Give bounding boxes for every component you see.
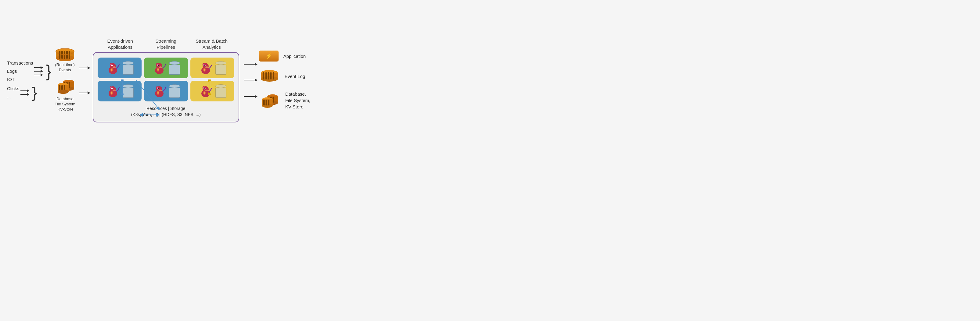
db-cell-r2c2: [169, 84, 180, 98]
svg-rect-92: [268, 72, 269, 79]
svg-point-57: [111, 92, 112, 94]
squirrel-r1c1: [105, 61, 120, 75]
architecture-diagram: Transactions Logs IOT } Clicks ... }: [7, 38, 483, 123]
svg-point-39: [158, 69, 159, 71]
output-arrow-1: [244, 64, 257, 65]
top-source-group: Transactions Logs IOT }: [7, 60, 53, 82]
svg-point-46: [205, 66, 208, 68]
bottom-source-group: Clicks ... }: [7, 85, 53, 100]
squirrel-r2c1: [105, 84, 120, 98]
arrow-clicks: [21, 90, 29, 91]
source-clicks: Clicks: [7, 86, 19, 91]
arrow-iot: [34, 74, 43, 75]
svg-rect-91: [266, 72, 267, 79]
svg-point-64: [159, 90, 162, 92]
svg-rect-106: [268, 100, 269, 105]
cell-r2c1: [98, 81, 142, 101]
squirrel-r2c3: [198, 84, 213, 98]
squirrel-r1c3: [198, 61, 213, 75]
flink-grid: [98, 58, 234, 101]
cell-r2c2: [144, 81, 188, 101]
svg-point-36: [158, 65, 158, 66]
svg-point-30: [111, 69, 112, 71]
output-database: Database, File System, KV-Store: [259, 91, 310, 110]
svg-point-27: [111, 65, 112, 66]
db-cell-r1c2: [169, 61, 180, 74]
output-arrow-3: [244, 96, 257, 97]
arrow-logs: [34, 71, 43, 71]
kafka-svg: [55, 48, 75, 61]
svg-point-48: [204, 69, 205, 71]
squirrel-r2c2: [152, 84, 167, 98]
header-streaming: Streaming Pipelines: [143, 38, 189, 51]
brace-bottom: }: [32, 85, 37, 100]
svg-point-55: [113, 90, 116, 92]
squirrel-r1c2: [152, 61, 167, 75]
svg-rect-104: [263, 100, 265, 105]
svg-point-73: [205, 90, 208, 92]
sources-section: Transactions Logs IOT } Clicks ... }: [7, 60, 53, 100]
input-arrows: [79, 68, 90, 93]
svg-point-28: [113, 66, 116, 68]
output-db-icon: [259, 93, 280, 108]
db-icon-group: Database, File System, KV-Store: [55, 78, 76, 112]
svg-rect-14: [68, 82, 70, 88]
column-headers: Event-driven Applications Streaming Pipe…: [91, 38, 241, 51]
resources-label: Resources | Storage (K8s, Yarn, ...) | (…: [98, 106, 234, 117]
flink-main-box: Resources | Storage (K8s, Yarn, ...) | (…: [93, 52, 239, 122]
svg-rect-7: [68, 51, 70, 59]
main-section: Event-driven Applications Streaming Pipe…: [91, 38, 241, 123]
source-transactions: Transactions: [7, 60, 33, 65]
cell-r1c2: [144, 58, 188, 78]
cell-r1c1: [98, 58, 142, 78]
svg-point-66: [158, 92, 159, 94]
app-icon: ⚡: [259, 51, 278, 62]
svg-point-75: [204, 92, 205, 94]
output-section: ⚡ Application Event Log: [259, 51, 310, 110]
db-label: Database, File System, KV-Store: [55, 96, 76, 112]
event-log-icon: [259, 70, 280, 82]
output-application: ⚡ Application: [259, 51, 310, 62]
svg-rect-94: [273, 72, 274, 79]
arrow-db-to-box: [79, 93, 90, 93]
database-label: Database, File System, KV-Store: [285, 91, 310, 110]
db-cell-r2c1: [123, 84, 134, 98]
db-stack-svg: [55, 78, 76, 94]
svg-rect-4: [61, 51, 63, 59]
event-log-svg: [259, 70, 280, 82]
db-cell-r2c3: [215, 84, 226, 98]
svg-rect-6: [66, 51, 68, 59]
db-cell-r1c1: [123, 61, 134, 74]
db-cell-r1c3: [215, 61, 226, 74]
source-iot: IOT: [7, 77, 33, 82]
svg-rect-5: [64, 51, 65, 59]
application-label: Application: [283, 54, 306, 59]
event-log-label: Event Log: [285, 74, 305, 79]
events-icon-group: (Real-time) Events: [55, 48, 75, 73]
output-arrows-section: [244, 64, 257, 97]
svg-rect-100: [272, 96, 274, 102]
db-stack-icon: [55, 78, 76, 95]
svg-point-37: [159, 66, 162, 68]
source-ellipsis: ...: [7, 94, 19, 99]
arrow-events-to-box: [79, 68, 90, 68]
header-analytics: Stream & Batch Analytics: [189, 38, 235, 51]
svg-rect-93: [270, 72, 272, 79]
svg-point-72: [204, 88, 205, 89]
svg-point-45: [204, 65, 205, 66]
input-icons: (Real-time) Events: [55, 48, 76, 112]
events-label: (Real-time) Events: [55, 62, 75, 73]
cell-r1c3: [190, 58, 234, 78]
svg-point-54: [111, 88, 112, 89]
output-event-log: Event Log: [259, 70, 310, 82]
cell-r2c3: [190, 81, 234, 101]
kafka-icon: [55, 48, 75, 61]
svg-point-63: [158, 88, 158, 89]
output-db-svg: [259, 93, 280, 108]
brace-top: }: [46, 63, 51, 79]
source-logs: Logs: [7, 68, 33, 74]
output-arrow-2: [244, 80, 257, 81]
arrow-transactions: [34, 67, 43, 68]
svg-rect-90: [263, 72, 264, 79]
header-event-driven: Event-driven Applications: [97, 38, 143, 51]
